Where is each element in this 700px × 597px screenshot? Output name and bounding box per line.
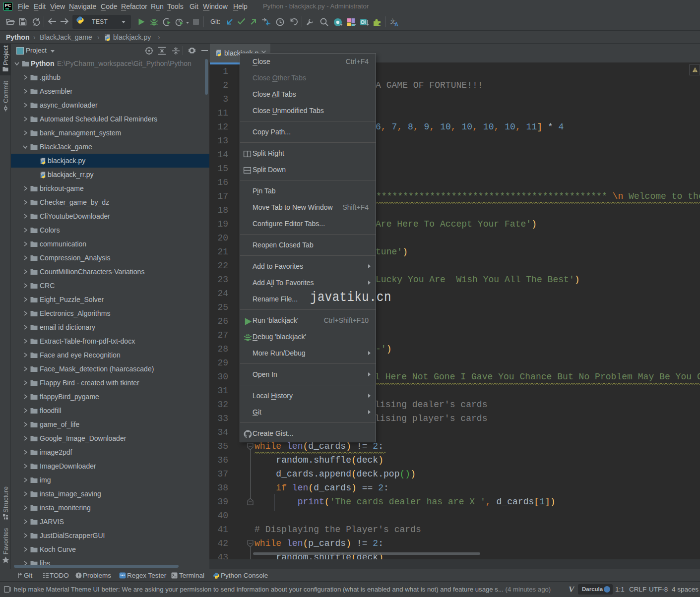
svg-text:A: A — [394, 21, 398, 27]
